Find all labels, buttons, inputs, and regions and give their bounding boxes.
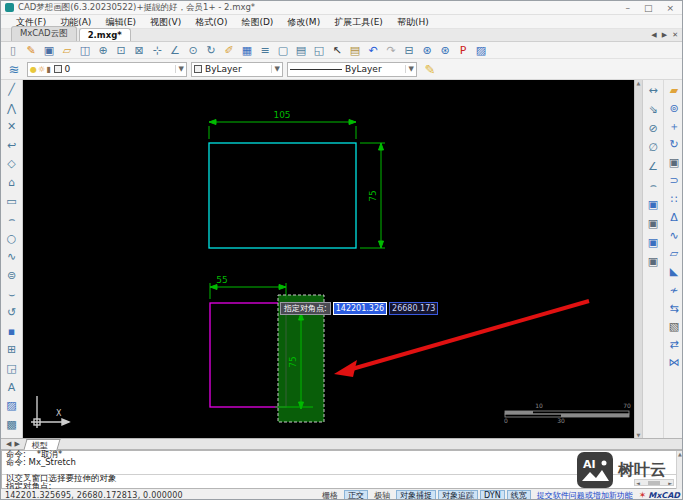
dimension-tool-icon[interactable]: ⇘ [645, 102, 662, 116]
drawing-canvas[interactable]: 105 75 [23, 80, 634, 438]
draw-tool-icon[interactable]: ⊜ [3, 268, 20, 283]
tab-scroll-right-icon[interactable]: ▶ [662, 31, 667, 39]
pencil-icon[interactable]: ✎ [421, 62, 439, 77]
draw-tool-icon[interactable]: ╱ [3, 82, 20, 97]
toolbar-icon[interactable]: ⊡ [112, 43, 130, 58]
toolbar-icon[interactable]: ≡ [256, 43, 274, 58]
dimension-tool-icon[interactable]: ▣ [645, 254, 662, 268]
canvas-vertical-scrollbar[interactable]: ▲ ▼ [634, 80, 642, 438]
chevron-down-icon[interactable]: ▼ [271, 65, 280, 73]
toolbar-icon[interactable]: ⊕ [94, 43, 112, 58]
modify-tool-icon[interactable]: ▱ [666, 247, 683, 261]
dimension-tool-icon[interactable]: ▣ [645, 197, 662, 211]
draw-tool-icon[interactable]: ⌂ [3, 175, 20, 190]
dimension-tool-icon[interactable]: ▣ [645, 235, 662, 249]
dyn-input-x-field[interactable]: 142201.326 [333, 302, 387, 315]
toolbar-icon[interactable]: ▯ [4, 43, 22, 58]
draw-tool-icon[interactable]: ∿ [3, 249, 20, 264]
status-toggle[interactable]: 对象追踪 [438, 490, 478, 500]
status-toggle[interactable]: 栅格 [318, 490, 342, 500]
draw-tool-icon[interactable]: ◲ [3, 361, 20, 376]
toolbar-icon[interactable]: ⊛ [436, 43, 454, 58]
magenta-rectangle[interactable] [210, 303, 286, 407]
layer-dropdown[interactable]: ●☼▮ 0 ▼ [27, 62, 187, 77]
status-toggle[interactable]: 对象捕捉 [396, 490, 436, 500]
toolbar-icon[interactable]: ✎ [22, 43, 40, 58]
menu-item[interactable]: 帮助(H) [390, 15, 436, 29]
draw-tool-icon[interactable]: ⋀ [3, 101, 20, 116]
status-toggle[interactable]: DYN [480, 490, 505, 500]
tab-close-icon[interactable]: ✕ [672, 31, 678, 39]
toolbar-icon[interactable]: ↷ [382, 43, 400, 58]
draw-tool-icon[interactable]: ⌢ [3, 212, 20, 227]
command-vertical-scrollbar[interactable]: ▲ [676, 451, 683, 490]
cyan-rectangle[interactable] [209, 143, 356, 248]
scroll-right-icon[interactable]: ► [668, 480, 672, 486]
modify-tool-icon[interactable]: ＋ [666, 119, 683, 133]
chevron-down-icon[interactable]: ▼ [175, 65, 184, 73]
status-toggle[interactable]: 极轴 [370, 490, 394, 500]
toolbar-icon[interactable]: ∠ [166, 43, 184, 58]
dimension-tool-icon[interactable]: ∠ [645, 159, 662, 173]
modify-tool-icon[interactable]: ◣ [666, 265, 683, 279]
color-dropdown[interactable]: ByLayer ▼ [191, 62, 283, 77]
draw-tool-icon[interactable]: ▭ [3, 194, 20, 209]
toolbar-icon[interactable]: ◫ [76, 43, 94, 58]
dimension-tool-icon[interactable]: ▣ [645, 216, 662, 230]
menu-item[interactable]: 绘图(D) [234, 15, 280, 29]
modify-tool-icon[interactable]: ⊃ [666, 174, 683, 188]
scroll-up-icon[interactable]: ▲ [637, 80, 641, 86]
modify-tool-icon[interactable]: ⇆ [666, 301, 683, 315]
minimize-button[interactable]: – [625, 3, 630, 13]
draw-tool-icon[interactable]: ◇ [3, 156, 20, 171]
draw-tool-icon[interactable]: ⌣ [3, 287, 20, 302]
model-tab[interactable]: 模型 [23, 439, 60, 450]
toolbar-icon[interactable]: ↻ [202, 43, 220, 58]
modify-tool-icon[interactable]: ▰ [666, 83, 683, 97]
dyn-input-y-field[interactable]: 26680.173 [389, 302, 438, 315]
modify-tool-icon[interactable]: ⊚ [666, 101, 683, 115]
modify-tool-icon[interactable]: ↻ [666, 138, 683, 152]
maximize-button[interactable]: □ [644, 3, 653, 13]
menu-item[interactable]: 扩展工具(E) [327, 15, 390, 29]
draw-tool-icon[interactable]: ▪ [3, 324, 20, 339]
modify-tool-icon[interactable]: ∿ [666, 229, 683, 243]
draw-tool-icon[interactable]: A [3, 380, 20, 395]
chevron-down-icon[interactable]: ▼ [405, 65, 414, 73]
modify-tool-icon[interactable]: ⇄ [666, 338, 683, 352]
draw-tool-icon[interactable]: ▨ [3, 398, 20, 413]
linetype-dropdown[interactable]: ByLayer ▼ [287, 62, 417, 77]
toolbar-icon[interactable]: ⊹ [148, 43, 166, 58]
menu-item[interactable]: 修改(M) [280, 15, 327, 29]
toolbar-icon[interactable]: P [454, 43, 472, 58]
dimension-tool-icon[interactable]: ↔ [645, 83, 662, 97]
layout-next-icon[interactable]: ▶ [14, 440, 19, 448]
document-tab[interactable]: MxCAD云图 [11, 26, 77, 41]
modify-tool-icon[interactable]: ⋈ [666, 356, 683, 370]
modify-tool-icon[interactable]: ▣ [666, 156, 683, 170]
toolbar-icon[interactable]: ▨ [472, 43, 490, 58]
modify-tool-icon[interactable]: Δ [666, 210, 683, 224]
toolbar-icon[interactable]: ⊛ [418, 43, 436, 58]
status-toggle[interactable]: 正交 [344, 490, 368, 500]
toolbar-icon[interactable]: ⊙ [184, 43, 202, 58]
draw-tool-icon[interactable]: ⊞ [3, 342, 20, 357]
toolbar-icon[interactable]: ⊠ [130, 43, 148, 58]
dimension-tool-icon[interactable]: ∅ [645, 140, 662, 154]
dimension-tool-icon[interactable]: ⌢ [645, 178, 662, 192]
draw-tool-icon[interactable]: ▩ [3, 417, 20, 432]
toolbar-icon[interactable]: ✐ [220, 43, 238, 58]
modify-tool-icon[interactable]: ▧ [666, 319, 683, 333]
toolbar-icon[interactable]: ▤ [292, 43, 310, 58]
modify-tool-icon[interactable]: ≁ [666, 283, 683, 297]
toolbar-icon[interactable]: ◱ [310, 43, 328, 58]
menu-item[interactable]: 视图(V) [143, 15, 188, 29]
menu-item[interactable]: 格式(O) [188, 15, 234, 29]
toolbar-icon[interactable]: ▱ [58, 43, 76, 58]
dimension-tool-icon[interactable]: ⊘ [645, 121, 662, 135]
toolbar-icon[interactable]: ⊟ [400, 43, 418, 58]
draw-tool-icon[interactable]: ↩ [3, 138, 20, 153]
modify-tool-icon[interactable]: ∷ [666, 192, 683, 206]
feedback-link[interactable]: 提交软件问题或增加新功能 [537, 490, 633, 500]
close-button[interactable]: × [666, 3, 674, 13]
